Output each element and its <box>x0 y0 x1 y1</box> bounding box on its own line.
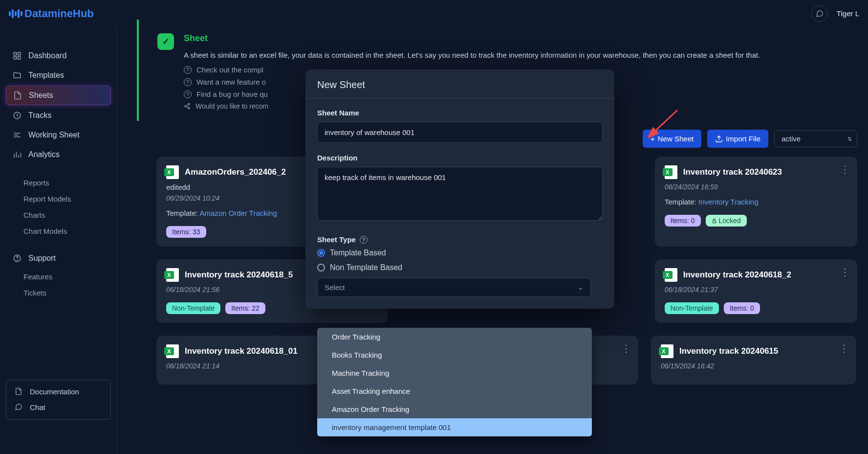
sidebar-label: Tracks <box>28 111 51 120</box>
excel-icon: X <box>661 344 673 358</box>
locked-badge: Locked <box>706 215 747 227</box>
svg-point-12 <box>185 106 187 108</box>
sidebar-sub-report-models[interactable]: Report Models <box>6 191 111 207</box>
plus-icon: + <box>651 135 655 143</box>
excel-icon: X <box>166 344 179 358</box>
radio-unchecked-icon <box>317 264 325 272</box>
new-sheet-modal: New Sheet Sheet Name Description Sheet T… <box>305 69 614 309</box>
card-menu-icon[interactable]: ⋮ <box>840 163 850 175</box>
sidebar-label: Templates <box>28 71 64 80</box>
sheet-type-label: Sheet Type ? <box>317 235 603 244</box>
button-label: Import File <box>726 135 760 143</box>
dropdown-option[interactable]: Books Tracking <box>317 346 592 364</box>
check-icon: ✓ <box>157 33 174 50</box>
radio-non-template-based[interactable]: Non Template Based <box>317 263 603 272</box>
import-file-button[interactable]: Import File <box>707 130 768 148</box>
sidebar-sub-features[interactable]: Features <box>6 269 111 285</box>
sidebar-label: Analytics <box>28 150 60 159</box>
items-badge: Items: 33 <box>166 226 206 238</box>
card-date: 06/18/2024 21:37 <box>665 286 847 294</box>
app-name: DatamineHub <box>24 7 94 20</box>
question-icon: ? <box>184 91 192 98</box>
sheet-card[interactable]: ⋮ X Inventory track 20240623 06/24/2024 … <box>655 157 857 247</box>
nontemplate-badge: Non-Template <box>665 302 719 314</box>
edit-icon <box>13 131 22 139</box>
svg-rect-0 <box>14 52 16 55</box>
doc-icon <box>14 387 23 396</box>
chat-icon <box>816 10 824 18</box>
items-badge: Items: 0 <box>724 302 760 314</box>
excel-icon: X <box>166 268 179 282</box>
template-link[interactable]: Amazon Order Tracking <box>199 209 277 217</box>
sidebar-item-dashboard[interactable]: Dashboard <box>6 46 111 65</box>
sidebar-label: Sheets <box>29 91 53 100</box>
items-badge: Items: 0 <box>665 215 701 227</box>
svg-line-14 <box>186 105 188 106</box>
dropdown-option[interactable]: Amazon Order Tracking <box>317 400 592 418</box>
target-icon <box>13 111 22 120</box>
modal-title: New Sheet <box>305 69 614 99</box>
sidebar-item-support[interactable]: Support <box>6 249 111 268</box>
sidebar-bottom-documentation[interactable]: Documentation <box>9 384 108 399</box>
excel-icon: X <box>166 165 179 179</box>
file-icon <box>13 91 22 100</box>
status-filter[interactable]: active <box>774 130 857 147</box>
dropdown-option[interactable]: Machine Tracking <box>317 364 592 382</box>
dropdown-option[interactable]: Asset Tracking enhance <box>317 382 592 400</box>
card-menu-icon[interactable]: ⋮ <box>840 266 850 278</box>
sidebar-label: Working Sheet <box>28 131 80 139</box>
description-input[interactable] <box>317 167 603 221</box>
sidebar-bottom-chat[interactable]: Chat <box>9 400 108 414</box>
template-link[interactable]: Inventory Tracking <box>698 198 759 206</box>
excel-icon: X <box>665 268 677 282</box>
sidebar-item-working-sheet[interactable]: Working Sheet <box>6 126 111 144</box>
help-icon[interactable]: ? <box>360 236 368 244</box>
svg-rect-1 <box>18 52 21 55</box>
excel-icon: X <box>665 165 677 179</box>
svg-rect-18 <box>713 221 716 223</box>
svg-line-15 <box>186 107 188 108</box>
sidebar-sub-chart-models[interactable]: Chart Models <box>6 223 111 239</box>
sidebar-label: Dashboard <box>28 51 66 60</box>
card-date: 06/15/2024 16:42 <box>661 362 846 370</box>
banner-text: A sheet is similar to an excel file, you… <box>184 49 819 61</box>
card-date: 06/24/2024 16:59 <box>665 183 847 191</box>
card-title: Inventory track 20240618_01 <box>185 346 298 356</box>
question-icon: ? <box>184 78 192 86</box>
sidebar-item-analytics[interactable]: Analytics <box>6 145 111 164</box>
folder-icon <box>13 71 22 80</box>
sidebar-item-tracks[interactable]: Tracks <box>6 106 111 125</box>
card-title: AmazonOrders_202406_2 <box>185 167 286 177</box>
sheet-name-input[interactable] <box>317 122 603 143</box>
dropdown-option[interactable]: inventory management template 001 <box>317 418 592 436</box>
sheet-card[interactable]: ⋮ X Inventory track 20240615 06/15/2024 … <box>651 336 856 385</box>
template-dropdown: Order Tracking Books Tracking Machine Tr… <box>317 328 592 436</box>
svg-point-10 <box>17 260 18 260</box>
dropdown-option[interactable]: Order Tracking <box>317 328 592 346</box>
card-title: Inventory track 20240615 <box>679 346 778 356</box>
radio-template-based[interactable]: Template Based <box>317 249 603 257</box>
sheet-card[interactable]: ⋮ X Inventory track 20240618_2 06/18/202… <box>655 259 857 323</box>
button-label: New Sheet <box>658 135 694 143</box>
card-menu-icon[interactable]: ⋮ <box>839 342 849 354</box>
svg-rect-2 <box>14 57 16 59</box>
user-name[interactable]: Tiger L <box>837 9 859 18</box>
template-select[interactable]: Select <box>317 278 591 297</box>
upload-icon <box>715 135 723 143</box>
logo-bars-icon <box>9 9 22 18</box>
sidebar-label: Support <box>28 254 56 263</box>
help-icon <box>13 254 22 263</box>
app-logo[interactable]: DatamineHub <box>9 7 94 20</box>
sidebar-sub-reports[interactable]: Reports <box>6 175 111 191</box>
banner-title: Sheet <box>184 33 851 44</box>
card-title: Inventory track 20240623 <box>683 167 782 177</box>
sidebar-sub-charts[interactable]: Charts <box>6 207 111 223</box>
sidebar-item-sheets[interactable]: Sheets <box>6 86 111 105</box>
sidebar-item-templates[interactable]: Templates <box>6 66 111 85</box>
new-sheet-button[interactable]: + New Sheet <box>643 130 701 148</box>
lock-icon <box>712 218 717 224</box>
sidebar-sub-tickets[interactable]: Tickets <box>6 285 111 301</box>
svg-point-11 <box>188 103 190 105</box>
card-menu-icon[interactable]: ⋮ <box>621 342 631 354</box>
card-title: Inventory track 20240618_2 <box>683 270 791 280</box>
